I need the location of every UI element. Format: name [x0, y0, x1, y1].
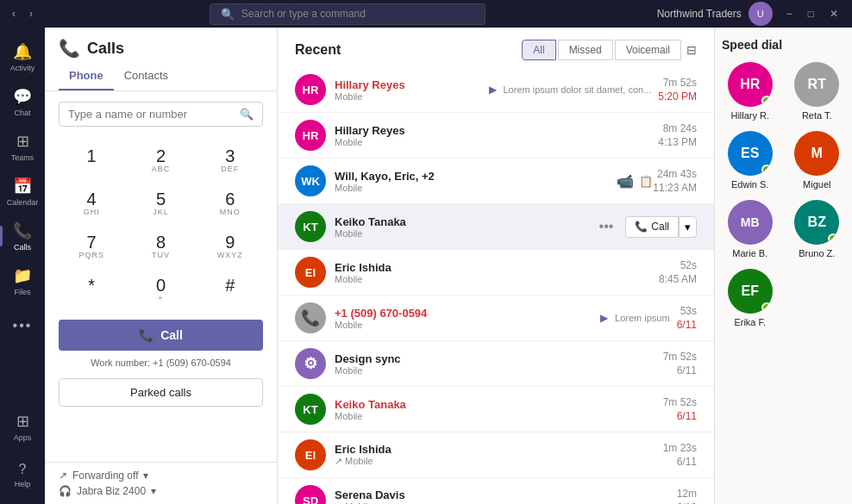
- sd-name: Hillary R.: [730, 110, 769, 121]
- app-body: 🔔 Activity 💬 Chat ⊞ Teams 📅 Calendar 📞 C…: [0, 28, 852, 504]
- maximize-button[interactable]: □: [801, 6, 821, 22]
- dial-key-8[interactable]: 8TUV: [128, 227, 193, 266]
- tab-contacts[interactable]: Contacts: [114, 62, 179, 90]
- sd-name: Erika F.: [734, 317, 766, 327]
- dial-key-7[interactable]: 7PQRS: [59, 227, 124, 266]
- call-subtype: Mobile: [335, 91, 489, 102]
- filter-missed[interactable]: Missed: [558, 40, 613, 60]
- call-subtype: Mobile: [335, 137, 658, 147]
- dial-key-1[interactable]: 1: [59, 140, 124, 180]
- sidebar-item-help[interactable]: ? Help: [3, 452, 41, 497]
- call-button-label: Call: [160, 328, 183, 342]
- play-icon[interactable]: ▶: [489, 84, 497, 96]
- dial-key-5[interactable]: 5JKL: [128, 184, 193, 223]
- forwarding-toggle[interactable]: ↗ Forwarding off ▾: [59, 470, 263, 482]
- forwarding-label: Forwarding off: [72, 470, 138, 482]
- call-subtype: Mobile: [335, 411, 663, 421]
- avatar: HR: [295, 120, 326, 151]
- dial-key-4[interactable]: 4GHI: [59, 184, 124, 223]
- call-right: 8m 24s 4:13 PM: [658, 122, 697, 148]
- speed-dial-person[interactable]: EF Erika F.: [722, 269, 779, 327]
- play-icon[interactable]: ▶: [600, 312, 608, 324]
- activity-icon: 🔔: [13, 42, 32, 61]
- title-bar-nav: ‹ ›: [7, 6, 38, 22]
- close-button[interactable]: ✕: [823, 6, 845, 22]
- call-item[interactable]: SD Serena Davis ↗ Mobile 12m 6/10: [278, 478, 714, 504]
- filter-tabs: All Missed Voicemail ⊟: [522, 40, 697, 60]
- sidebar-item-more[interactable]: •••: [3, 303, 41, 348]
- sidebar-item-chat[interactable]: 💬 Chat: [3, 79, 41, 124]
- sidebar-item-teams[interactable]: ⊞ Teams: [3, 124, 41, 169]
- dialpad-search-input[interactable]: [68, 108, 233, 121]
- call-right: 53s 6/11: [677, 305, 697, 331]
- call-item[interactable]: 📞 +1 (509) 670-0594 Mobile ▶ Lorem ipsum…: [278, 296, 714, 341]
- dial-key-9[interactable]: 9WXYZ: [197, 227, 263, 266]
- sd-name: Bruno Z.: [799, 248, 835, 258]
- call-item[interactable]: EI Eric Ishida ↗ Mobile 1m 23s 6/11: [278, 432, 714, 478]
- call-button[interactable]: 📞 Call: [59, 320, 263, 351]
- call-action-call[interactable]: 📞 Call: [625, 216, 679, 238]
- audio-device-toggle[interactable]: 🎧 Jabra Biz 2400 ▾: [59, 485, 263, 497]
- parked-calls-button[interactable]: Parked calls: [59, 378, 263, 407]
- call-item[interactable]: HR Hillary Reyes Mobile 8m 24s 4:13 PM: [278, 113, 714, 159]
- call-name: Will, Kayo, Eric, +2: [335, 170, 617, 183]
- dial-key-6[interactable]: 6MNO: [197, 184, 263, 223]
- dial-key-2[interactable]: 2ABC: [128, 140, 193, 180]
- dial-key-star[interactable]: *: [59, 270, 124, 309]
- minimize-button[interactable]: −: [780, 6, 799, 22]
- filter-voicemail[interactable]: Voicemail: [615, 40, 681, 60]
- call-subtype: Mobile: [335, 183, 617, 193]
- call-item[interactable]: HR Hillary Reyes Mobile ▶ Lorem ipsum do…: [278, 67, 714, 113]
- org-name: Northwind Traders: [657, 8, 742, 20]
- call-item[interactable]: WK Will, Kayo, Eric, +2 Mobile 📹 📋 24m 4…: [278, 159, 714, 204]
- call-name: Keiko Tanaka: [335, 398, 663, 411]
- dial-key-3[interactable]: 3DEF: [197, 140, 263, 180]
- call-action-dropdown[interactable]: ▾: [679, 216, 697, 238]
- speed-dial-person[interactable]: ES Edwin S.: [722, 131, 779, 190]
- speed-dial-person[interactable]: BZ Bruno Z.: [789, 200, 846, 258]
- call-item[interactable]: KT Keiko Tanaka Mobile 7m 52s 6/11: [278, 387, 714, 432]
- calls-panel-icon: 📞: [59, 38, 80, 59]
- speed-dial-person[interactable]: HR Hillary R.: [722, 62, 779, 121]
- sidebar-item-files[interactable]: 📁 Files: [3, 258, 41, 303]
- search-input[interactable]: [241, 8, 457, 20]
- sd-avatar: HR: [728, 62, 773, 107]
- call-right: 7m 52s 5:20 PM: [658, 77, 697, 103]
- speed-dial-person[interactable]: M Miguel: [789, 131, 846, 190]
- call-item[interactable]: ⚙ Design sync Mobile 7m 52s 6/11: [278, 341, 714, 387]
- sidebar-item-apps[interactable]: ⊞ Apps: [3, 404, 41, 449]
- call-duration: 8m 24s: [663, 122, 697, 134]
- dial-key-0[interactable]: 0+: [128, 270, 193, 309]
- speed-dial-panel: Speed dial HR Hillary R. RT Reta T. ES: [714, 28, 852, 504]
- call-item[interactable]: EI Eric Ishida Mobile 52s 8:45 AM: [278, 250, 714, 296]
- call-duration: 7m 52s: [663, 351, 697, 363]
- filter-icon[interactable]: ⊟: [686, 43, 697, 57]
- sd-avatar: ES: [728, 131, 773, 176]
- call-info: Hillary Reyes Mobile: [335, 78, 489, 102]
- search-bar-container: 🔍: [38, 3, 657, 25]
- call-right: 7m 52s 6/11: [663, 351, 697, 376]
- avatar: KT: [295, 211, 326, 242]
- user-avatar[interactable]: U: [749, 2, 773, 26]
- more-options-button[interactable]: •••: [594, 217, 619, 236]
- filter-all[interactable]: All: [522, 40, 555, 60]
- video-icon: 📹: [617, 173, 634, 190]
- sidebar-item-calls[interactable]: 📞 Calls: [3, 214, 41, 258]
- forward-button[interactable]: ›: [24, 6, 38, 22]
- screen-share-icon: 📋: [639, 175, 653, 188]
- search-bar: 🔍: [210, 3, 486, 25]
- call-subtype: Mobile: [335, 228, 464, 239]
- call-info: Keiko Tanaka Mobile: [335, 215, 464, 239]
- back-button[interactable]: ‹: [7, 6, 21, 22]
- sidebar-item-activity[interactable]: 🔔 Activity: [3, 34, 41, 79]
- sidebar-item-calendar[interactable]: 📅 Calendar: [3, 169, 41, 214]
- audio-label: Jabra Biz 2400: [77, 485, 146, 497]
- speed-dial-person[interactable]: RT Reta T.: [789, 62, 846, 121]
- title-bar: ‹ › 🔍 Northwind Traders U − □ ✕: [0, 0, 852, 28]
- online-status: [761, 96, 772, 106]
- call-item-highlighted[interactable]: KT Keiko Tanaka Mobile ••• 📞 Call ▾: [278, 204, 714, 250]
- dial-key-hash[interactable]: #: [197, 270, 263, 309]
- dialpad-grid: 1 2ABC 3DEF 4GHI 5JKL 6MNO 7PQRS 8TUV 9W…: [59, 140, 263, 309]
- tab-phone[interactable]: Phone: [59, 62, 114, 90]
- speed-dial-person[interactable]: MB Marie B.: [722, 200, 779, 258]
